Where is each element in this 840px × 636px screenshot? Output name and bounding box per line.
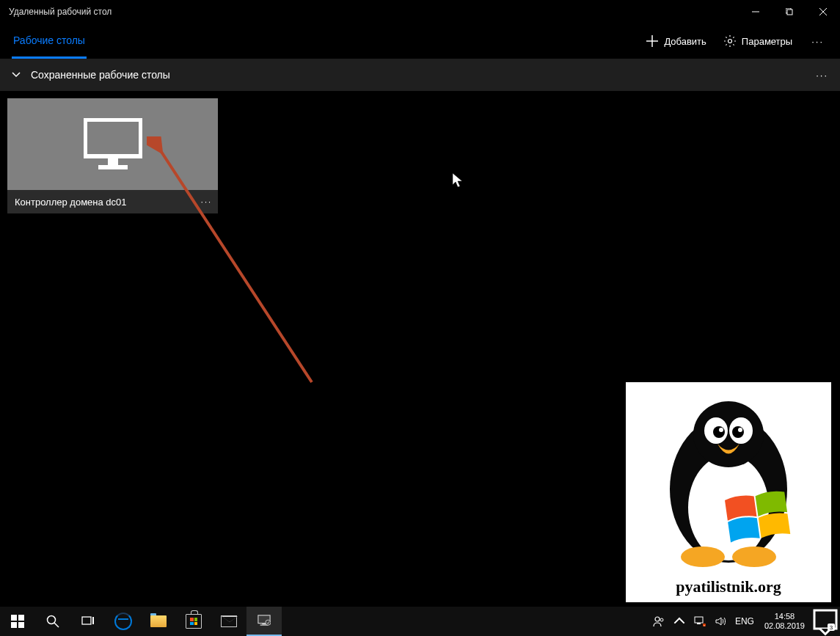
section-header[interactable]: Сохраненные рабочие столы ··· xyxy=(0,59,840,91)
svg-rect-25 xyxy=(11,622,17,628)
svg-point-22 xyxy=(732,547,776,567)
speaker-icon xyxy=(715,615,726,627)
add-label: Добавить xyxy=(664,36,706,47)
settings-label: Параметры xyxy=(742,36,792,47)
tile-label-bar: Контроллер домена dc01 ··· xyxy=(7,190,218,213)
folder-icon xyxy=(150,615,167,627)
svg-rect-37 xyxy=(695,617,703,623)
volume-button[interactable] xyxy=(710,607,731,636)
svg-rect-8 xyxy=(85,120,141,156)
tile-preview xyxy=(7,98,218,190)
remote-desktop-icon xyxy=(258,614,271,627)
gear-icon xyxy=(724,35,736,47)
remote-desktop-button[interactable] xyxy=(246,607,282,636)
tab-desktops[interactable]: Рабочие столы xyxy=(12,24,87,59)
tile-more-button[interactable]: ··· xyxy=(201,197,212,206)
toolbar-actions: Добавить Параметры ··· xyxy=(638,28,834,54)
desktop-tile[interactable]: Контроллер домена dc01 ··· xyxy=(7,98,218,213)
svg-rect-9 xyxy=(108,156,118,165)
notification-icon xyxy=(811,607,840,636)
chevron-up-icon xyxy=(673,615,685,627)
explorer-button[interactable] xyxy=(141,607,176,636)
svg-rect-10 xyxy=(98,165,128,169)
mail-icon xyxy=(221,615,237,627)
svg-rect-38 xyxy=(697,623,701,624)
svg-point-18 xyxy=(732,426,744,438)
edge-icon xyxy=(114,613,132,630)
store-icon xyxy=(186,614,202,629)
section-title: Сохраненные рабочие столы xyxy=(31,69,170,81)
plus-icon xyxy=(646,35,658,47)
svg-rect-26 xyxy=(18,622,24,628)
maximize-button[interactable] xyxy=(773,0,806,23)
window-controls xyxy=(739,0,840,23)
edge-button[interactable] xyxy=(106,607,141,636)
close-button[interactable] xyxy=(806,0,840,23)
watermark: pyatilistnik.org xyxy=(626,382,831,602)
notification-button[interactable]: 3 xyxy=(811,607,840,636)
svg-point-14 xyxy=(693,401,764,467)
store-button[interactable] xyxy=(176,607,211,636)
svg-rect-30 xyxy=(92,617,94,624)
svg-rect-29 xyxy=(82,617,91,624)
language-button[interactable]: ENG xyxy=(731,607,759,636)
section-header-left: Сохраненные рабочие столы xyxy=(12,69,170,81)
penguin-logo-icon xyxy=(644,394,813,577)
svg-line-28 xyxy=(54,623,59,627)
window-title: Удаленный рабочий стол xyxy=(0,7,112,17)
watermark-text: pyatilistnik.org xyxy=(676,577,781,596)
mail-button[interactable] xyxy=(211,607,246,636)
monitor-icon xyxy=(84,118,142,171)
svg-point-20 xyxy=(738,428,742,432)
svg-point-35 xyxy=(655,617,660,621)
people-icon xyxy=(653,615,665,627)
svg-point-34 xyxy=(266,620,271,625)
chevron-down-icon xyxy=(12,70,21,79)
search-icon xyxy=(46,615,59,628)
svg-point-19 xyxy=(719,428,723,432)
window-titlebar: Удаленный рабочий стол xyxy=(0,0,840,23)
cursor-icon xyxy=(453,173,464,189)
clock-button[interactable]: 14:58 02.08.2019 xyxy=(759,612,811,631)
tile-name: Контроллер домена dc01 xyxy=(15,197,127,208)
toolbar-more-button[interactable]: ··· xyxy=(801,29,834,54)
taskview-icon xyxy=(81,615,95,628)
people-button[interactable] xyxy=(649,607,669,636)
close-icon xyxy=(819,8,827,15)
minimize-button[interactable] xyxy=(739,0,773,23)
settings-button[interactable]: Параметры xyxy=(715,28,801,54)
section-more-button[interactable]: ··· xyxy=(816,70,828,81)
clock-date: 02.08.2019 xyxy=(764,621,805,631)
svg-rect-23 xyxy=(11,615,17,621)
content-area: Контроллер домена dc01 ··· xyxy=(0,91,840,607)
clock-time: 14:58 xyxy=(775,612,795,621)
svg-point-17 xyxy=(713,426,725,438)
search-button[interactable] xyxy=(35,607,70,636)
taskbar-left xyxy=(0,607,282,636)
network-icon: × xyxy=(694,615,706,627)
tray-expand-button[interactable] xyxy=(669,607,690,636)
network-button[interactable]: × xyxy=(690,607,710,636)
taskbar: × ENG 14:58 02.08.2019 3 xyxy=(0,607,840,636)
language-label: ENG xyxy=(735,616,754,626)
svg-rect-24 xyxy=(18,615,24,621)
minimize-icon xyxy=(752,8,759,15)
svg-point-21 xyxy=(681,547,725,567)
svg-point-27 xyxy=(48,616,56,624)
add-button[interactable]: Добавить xyxy=(638,28,715,54)
taskbar-right: × ENG 14:58 02.08.2019 3 xyxy=(649,607,840,636)
app-toolbar: Рабочие столы Добавить Параметры ··· xyxy=(0,23,840,59)
start-button[interactable] xyxy=(0,607,35,636)
taskview-button[interactable] xyxy=(70,607,106,636)
notification-badge: 3 xyxy=(828,624,835,631)
svg-point-7 xyxy=(728,40,731,43)
maximize-icon xyxy=(786,8,793,15)
svg-point-36 xyxy=(660,618,663,621)
windows-icon xyxy=(11,615,24,628)
svg-rect-2 xyxy=(787,10,792,15)
